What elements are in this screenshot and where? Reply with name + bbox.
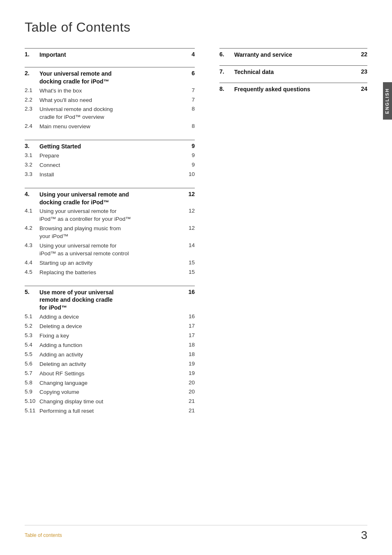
sub-item-page: 17 <box>182 332 195 338</box>
section-title-3: Getting Started <box>39 143 182 150</box>
page-title: Table of Contents <box>25 20 367 35</box>
sub-item-num: 5.1 <box>25 313 39 319</box>
sub-item-title: What's in the box <box>39 87 182 95</box>
section-2: 2.Your universal remote and docking crad… <box>25 67 195 132</box>
sub-item-num: 4.5 <box>25 269 39 275</box>
sub-item-num: 4.4 <box>25 259 39 266</box>
list-item: 5.1Adding a device16 <box>25 312 195 322</box>
sub-item-page: 15 <box>182 269 195 275</box>
sub-item-title: Starting up an activity <box>39 259 182 267</box>
sub-item-num: 5.8 <box>25 379 39 386</box>
sub-item-title: Changing display time out <box>39 398 182 406</box>
right-section-page-2: 23 <box>355 68 367 75</box>
list-item: 5.5Adding an activity18 <box>25 350 195 360</box>
sub-item-page: 14 <box>182 242 195 248</box>
sub-item-num: 5.5 <box>25 351 39 357</box>
section-title-1: Important <box>39 51 182 59</box>
list-item: 3.2Connect9 <box>25 161 195 170</box>
sub-item-num: 5.3 <box>25 332 39 338</box>
section-num-5: 5. <box>25 289 39 295</box>
section-header-1: 1.Important4 <box>25 48 195 59</box>
right-section-title-2: Technical data <box>234 68 355 76</box>
sub-item-title: Deleting an activity <box>39 361 182 368</box>
section-num-1: 1. <box>25 51 39 58</box>
section-5: 5.Use more of your universal remote and … <box>25 286 195 416</box>
section-title-4: Using your universal remote and docking … <box>39 191 182 206</box>
sub-item-page: 17 <box>182 323 195 329</box>
sub-item-page: 8 <box>182 123 195 129</box>
section-num-2: 2. <box>25 70 39 76</box>
list-item: 2.3Universal remote and docking cradle f… <box>25 105 195 122</box>
sub-item-title: Changing language <box>39 379 182 387</box>
toc-layout: 1.Important42.Your universal remote and … <box>25 48 367 424</box>
list-item: 3.1Prepare9 <box>25 151 195 161</box>
list-item: 5.9Copying volume20 <box>25 388 195 397</box>
list-item: 5.4Adding a function18 <box>25 341 195 350</box>
sub-item-num: 4.1 <box>25 208 39 214</box>
section-num-4: 4. <box>25 191 39 197</box>
sub-item-num: 4.3 <box>25 242 39 248</box>
sub-item-num: 2.3 <box>25 106 39 112</box>
list-item: 4.5Replacing the batteries15 <box>25 268 195 278</box>
sub-item-title: Performing a full reset <box>39 407 182 415</box>
sub-item-page: 19 <box>182 361 195 367</box>
list-item: 3.3Install10 <box>25 170 195 180</box>
section-4: 4.Using your universal remote and dockin… <box>25 188 195 278</box>
sub-item-page: 9 <box>182 152 195 158</box>
section-3: 3.Getting Started93.1Prepare93.2Connect9… <box>25 140 195 180</box>
section-page-5: 16 <box>182 289 195 295</box>
list-item: 4.4Starting up an activity15 <box>25 259 195 268</box>
list-item: 5.6Deleting an activity19 <box>25 360 195 369</box>
sub-item-title: Adding an activity <box>39 351 182 359</box>
sub-item-page: 12 <box>182 208 195 214</box>
toc-right: 6.Warranty and service227.Technical data… <box>211 48 367 424</box>
sub-item-page: 9 <box>182 162 195 168</box>
right-section-page-3: 24 <box>355 86 367 92</box>
list-item: 2.2What you'll also need7 <box>25 96 195 105</box>
sub-item-num: 5.9 <box>25 388 39 395</box>
sub-item-title: Prepare <box>39 152 182 160</box>
list-item: 4.2Browsing and playing music from your … <box>25 224 195 241</box>
right-section-title-1: Warranty and service <box>234 51 355 59</box>
sub-item-page: 10 <box>182 171 195 177</box>
list-item: 5.10Changing display time out21 <box>25 397 195 407</box>
section-header-5: 5.Use more of your universal remote and … <box>25 286 195 312</box>
sidebar-tab: ENGLISH <box>383 82 392 120</box>
sub-item-title: Copying volume <box>39 388 182 396</box>
sub-item-page: 7 <box>182 97 195 103</box>
sub-item-title: Browsing and playing music from your iPo… <box>39 225 182 240</box>
sub-item-title: What you'll also need <box>39 97 182 104</box>
sub-item-title: Adding a function <box>39 342 182 349</box>
list-item: 5.2Deleting a device17 <box>25 322 195 331</box>
right-section-1: 6.Warranty and service22 <box>219 48 367 59</box>
sub-item-num: 5.4 <box>25 342 39 348</box>
sub-item-title: Deleting a device <box>39 323 182 331</box>
sub-item-num: 2.2 <box>25 97 39 103</box>
list-item: 5.8Changing language20 <box>25 379 195 388</box>
footer: Table of contents 3 <box>25 525 367 542</box>
sub-item-page: 19 <box>182 370 195 376</box>
sub-item-page: 21 <box>182 398 195 404</box>
footer-page: 3 <box>361 529 367 542</box>
sub-item-page: 16 <box>182 313 195 319</box>
sub-item-page: 20 <box>182 388 195 395</box>
sub-item-title: Adding a device <box>39 313 182 321</box>
sub-item-num: 2.4 <box>25 123 39 129</box>
sub-item-num: 2.1 <box>25 87 39 93</box>
sub-item-title: Connect <box>39 162 182 169</box>
list-item: 4.1Using your universal remote for iPod™… <box>25 207 195 224</box>
section-num-3: 3. <box>25 143 39 149</box>
section-page-1: 4 <box>182 51 195 58</box>
sub-item-page: 20 <box>182 379 195 386</box>
sub-item-page: 15 <box>182 259 195 266</box>
list-item: 5.7About RF Settings19 <box>25 369 195 379</box>
sub-item-num: 5.11 <box>25 407 39 414</box>
sub-item-num: 5.6 <box>25 361 39 367</box>
sub-item-title: Install <box>39 171 182 179</box>
section-header-2: 2.Your universal remote and docking crad… <box>25 67 195 86</box>
right-section-header-3: 8.Frequently asked questions24 <box>219 83 367 93</box>
right-section-num-1: 6. <box>219 51 234 58</box>
toc-left: 1.Important42.Your universal remote and … <box>25 48 211 424</box>
sub-item-page: 18 <box>182 342 195 348</box>
footer-label: Table of contents <box>25 532 62 538</box>
